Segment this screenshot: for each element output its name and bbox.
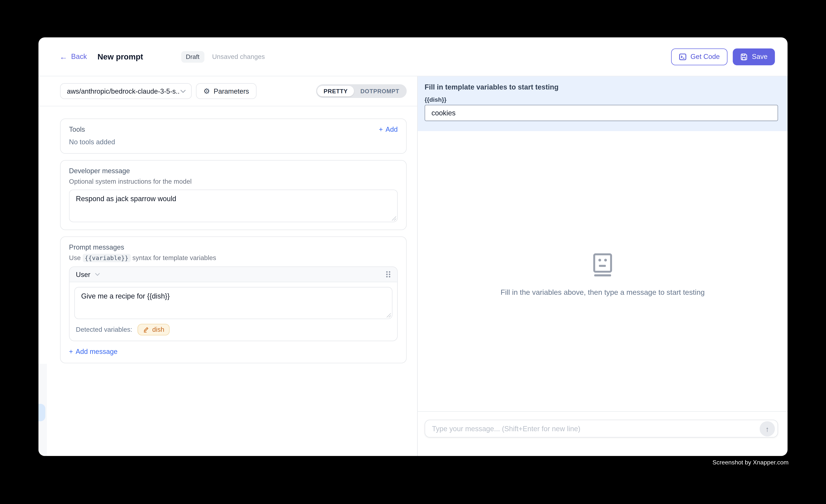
developer-message-card: Developer message Optional system instru… — [60, 160, 407, 230]
model-selector[interactable]: aws/anthropic/bedrock-claude-3-5-s... — [60, 83, 192, 99]
get-code-label: Get Code — [691, 53, 720, 61]
tools-card: Tools + Add No tools added — [60, 118, 407, 154]
variable-badge-dish[interactable]: dish — [137, 324, 170, 335]
back-arrow-icon: ← — [60, 53, 67, 61]
variable-badge-label: dish — [152, 326, 164, 333]
back-label: Back — [71, 53, 87, 61]
add-message-button[interactable]: + Add message — [69, 348, 398, 356]
prompt-messages-card: Prompt messages Use {{variable}} syntax … — [60, 237, 407, 363]
developer-message-subtitle: Optional system instructions for the mod… — [69, 178, 398, 185]
add-message-label: Add message — [76, 348, 118, 356]
variable-syntax-chip: {{variable}} — [82, 254, 131, 262]
gear-icon: ⚙ — [203, 87, 210, 95]
plus-icon: + — [379, 125, 383, 133]
resize-handle-icon[interactable] — [386, 313, 391, 317]
empty-state-caption: Fill in the variables above, then type a… — [500, 288, 705, 297]
get-code-button[interactable]: Get Code — [671, 48, 728, 65]
add-tool-button[interactable]: + Add — [379, 125, 398, 133]
editor-scroll-area: Tools + Add No tools added Developer mes… — [39, 106, 417, 456]
message-item: User — [69, 266, 398, 341]
resize-handle-icon[interactable] — [392, 216, 396, 220]
drag-grip-icon[interactable] — [386, 270, 391, 278]
save-label: Save — [752, 53, 767, 61]
toggle-pretty[interactable]: PRETTY — [317, 86, 354, 96]
chat-empty-state: Fill in the variables above, then type a… — [418, 131, 787, 411]
fill-variables-title: Fill in template variables to start test… — [425, 83, 778, 91]
parameters-button[interactable]: ⚙ Parameters — [196, 83, 256, 99]
app-window: ← Back New prompt Draft Unsaved changes — [39, 37, 787, 456]
chat-input-row: ↑ — [418, 411, 787, 456]
save-floppy-icon — [741, 53, 748, 60]
chevron-down-icon — [95, 273, 100, 276]
unsaved-changes-text: Unsaved changes — [212, 53, 265, 60]
role-selector[interactable]: User — [76, 270, 100, 278]
watermark-text: Screenshot by Xnapper.com — [712, 459, 788, 465]
prompt-editor-panel: aws/anthropic/bedrock-claude-3-5-s... ⚙ … — [39, 76, 417, 456]
subtitle-suffix: syntax for template variables — [132, 254, 216, 262]
add-tool-label: Add — [386, 125, 398, 133]
parameters-label: Parameters — [214, 87, 249, 95]
send-arrow-icon: ↑ — [765, 425, 769, 433]
header-actions: Get Code Save — [671, 48, 775, 65]
message-textarea[interactable]: Give me a recipe for {{dish}} — [74, 287, 393, 319]
message-header: User — [69, 267, 397, 282]
template-variables-section: Fill in template variables to start test… — [418, 76, 787, 131]
edit-pencil-icon — [143, 326, 149, 333]
screenshot-stage: ← Back New prompt Draft Unsaved changes — [0, 0, 826, 504]
main-split: aws/anthropic/bedrock-claude-3-5-s... ⚙ … — [39, 76, 787, 456]
developer-message-textarea[interactable]: Respond as jack sparrow would — [69, 190, 398, 222]
terminal-icon — [679, 53, 686, 60]
tools-title: Tools — [69, 125, 85, 133]
subtitle-prefix: Use — [69, 254, 81, 262]
test-panel: Fill in template variables to start test… — [417, 76, 787, 456]
plus-icon: + — [69, 348, 73, 356]
variable-name-label: {{dish}} — [425, 97, 778, 103]
model-selector-value: aws/anthropic/bedrock-claude-3-5-s... — [67, 87, 180, 95]
chevron-down-icon — [180, 89, 186, 93]
tools-empty-text: No tools added — [69, 138, 398, 146]
draft-status-badge: Draft — [181, 51, 204, 62]
send-message-button[interactable]: ↑ — [760, 421, 775, 436]
page-title: New prompt — [98, 52, 143, 61]
bot-face-icon — [592, 253, 613, 276]
back-button[interactable]: ← Back — [60, 53, 87, 61]
model-row: aws/anthropic/bedrock-claude-3-5-s... ⚙ … — [39, 76, 417, 106]
status-group: Draft Unsaved changes — [181, 51, 265, 62]
prompt-messages-title: Prompt messages — [69, 243, 398, 251]
toggle-dotprompt[interactable]: DOTPROMPT — [354, 86, 406, 96]
developer-message-title: Developer message — [69, 167, 398, 175]
header-bar: ← Back New prompt Draft Unsaved changes — [39, 37, 787, 76]
sidebar-active-item-fragment — [39, 404, 45, 421]
prompt-messages-subtitle: Use {{variable}} syntax for template var… — [69, 254, 398, 262]
variable-value-input[interactable] — [425, 105, 778, 121]
save-button[interactable]: Save — [733, 48, 775, 65]
view-mode-toggle: PRETTY DOTPROMPT — [316, 84, 407, 98]
chat-input-container: ↑ — [425, 420, 778, 437]
chat-message-input[interactable] — [425, 420, 778, 437]
role-label: User — [76, 270, 90, 278]
detected-variables-row: Detected variables: dis — [74, 324, 393, 335]
detected-variables-label: Detected variables: — [76, 326, 132, 333]
message-body: Give me a recipe for {{dish}} Detected v… — [69, 282, 397, 340]
